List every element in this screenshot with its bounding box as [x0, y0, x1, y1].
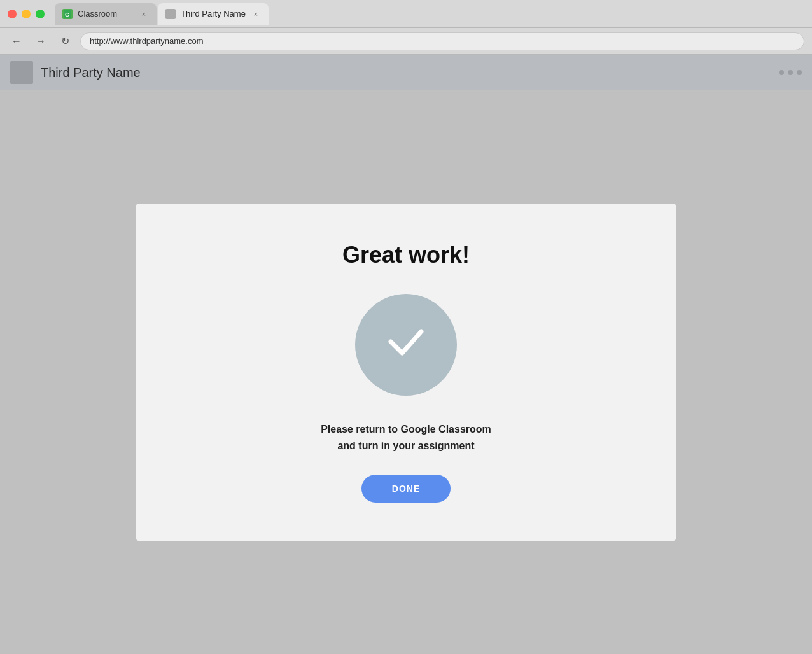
- svg-text:G: G: [65, 11, 69, 18]
- success-message-line2: and turn in your assignment: [321, 438, 491, 454]
- tab-third-party[interactable]: Third Party Name ×: [158, 3, 269, 25]
- tab-third-party-label: Third Party Name: [181, 9, 246, 18]
- header-dot-1: [779, 70, 784, 75]
- nav-bar: ← → ↻ http://www.thirdpartyname.com: [0, 28, 812, 55]
- reload-button[interactable]: ↻: [56, 32, 74, 50]
- traffic-lights: [8, 10, 45, 18]
- maximize-button[interactable]: [36, 10, 45, 18]
- title-bar: G Classroom × Third Party Name ×: [0, 0, 812, 28]
- success-card: Great work! Please return to Google Clas…: [136, 204, 676, 540]
- checkmark-icon: [381, 316, 431, 374]
- tab-classroom[interactable]: G Classroom ×: [55, 3, 157, 25]
- tabs-bar: G Classroom × Third Party Name ×: [55, 3, 804, 25]
- browser-window: G Classroom × Third Party Name × ←: [0, 0, 812, 654]
- app-header: Third Party Name: [0, 55, 812, 90]
- close-button[interactable]: [8, 10, 17, 18]
- back-button[interactable]: ←: [8, 32, 25, 50]
- header-dots: [779, 70, 802, 75]
- success-title: Great work!: [342, 242, 470, 268]
- content-area: Great work! Please return to Google Clas…: [0, 90, 812, 654]
- address-bar[interactable]: http://www.thirdpartyname.com: [80, 32, 804, 50]
- success-message-line1: Please return to Google Classroom: [321, 421, 491, 438]
- header-dot-2: [788, 70, 793, 75]
- address-text: http://www.thirdpartyname.com: [90, 36, 203, 46]
- app-logo: [10, 61, 33, 84]
- tab-third-party-close[interactable]: ×: [251, 9, 261, 19]
- success-message: Please return to Google Classroom and tu…: [321, 421, 491, 454]
- tab-classroom-label: Classroom: [78, 9, 134, 18]
- check-circle: [355, 294, 457, 396]
- third-party-favicon: [165, 9, 176, 19]
- header-dot-3: [797, 70, 802, 75]
- app-title: Third Party Name: [41, 66, 771, 80]
- forward-button[interactable]: →: [32, 32, 50, 50]
- minimize-button[interactable]: [22, 10, 31, 18]
- classroom-favicon: G: [62, 9, 73, 19]
- tab-classroom-close[interactable]: ×: [139, 9, 149, 19]
- done-button[interactable]: DONE: [361, 475, 451, 503]
- svg-rect-2: [166, 10, 175, 18]
